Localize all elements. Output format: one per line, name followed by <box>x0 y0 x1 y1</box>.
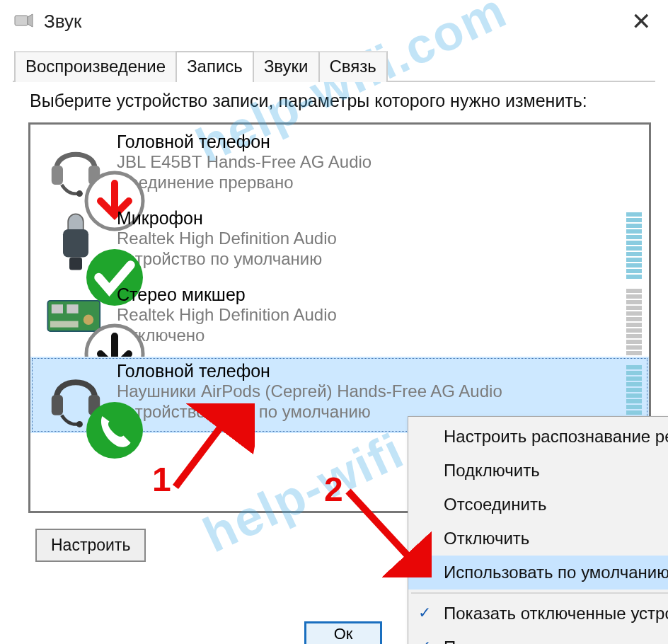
svg-rect-13 <box>50 321 79 328</box>
check-badge-icon <box>83 245 108 270</box>
device-status: Устройство по умолчанию <box>117 249 643 270</box>
svg-rect-10 <box>52 304 63 314</box>
svg-point-17 <box>76 421 83 427</box>
window-title: Звук <box>44 11 81 33</box>
cm-use-default[interactable]: Использовать по умолчанию <box>408 556 668 590</box>
cm-disconnect[interactable]: Отсоединить <box>408 488 668 522</box>
down-arrow-badge-icon <box>83 168 108 194</box>
device-subtitle: Realtek High Definition Audio <box>117 305 643 326</box>
tab-communications[interactable]: Связь <box>318 51 388 82</box>
device-title: Головной телефон <box>117 361 643 381</box>
svg-rect-15 <box>52 395 63 415</box>
device-item-headset-jbl[interactable]: Головной телефон JBL E45BT Hands-Free AG… <box>30 127 649 204</box>
instruction-text: Выберите устройство записи, параметры ко… <box>28 88 655 122</box>
tab-sounds[interactable]: Звуки <box>253 51 320 82</box>
configure-button[interactable]: Настроить <box>35 529 146 562</box>
device-item-microphone[interactable]: Микрофон Realtek High Definition Audio У… <box>30 204 649 280</box>
close-button[interactable]: ✕ <box>624 6 658 37</box>
cm-separator <box>411 592 668 594</box>
sound-icon <box>13 10 35 33</box>
check-icon: ✓ <box>418 604 431 622</box>
svg-point-3 <box>76 190 83 197</box>
device-status: Соединение прервано <box>117 173 643 193</box>
svg-rect-1 <box>52 166 63 185</box>
device-title: Стерео микшер <box>117 284 643 305</box>
device-subtitle: Realtek High Definition Audio <box>117 229 643 249</box>
titlebar: Звук ✕ <box>0 0 668 40</box>
context-menu: Настроить распознавание речи Подключить … <box>408 416 668 644</box>
down-arrow-black-badge-icon <box>83 321 108 347</box>
cm-connect[interactable]: Подключить <box>408 454 668 488</box>
phone-badge-icon <box>83 398 108 423</box>
tabstrip: Воспроизведение Запись Звуки Связь <box>14 50 668 81</box>
tab-recording[interactable]: Запись <box>175 51 254 82</box>
cm-show-disconnected[interactable]: ✓ Показать отсоединенные устройства <box>408 631 668 644</box>
cm-show-disabled[interactable]: ✓ Показать отключенные устройства <box>408 597 668 631</box>
device-item-stereo-mixer[interactable]: Стерео микшер Realtek High Definition Au… <box>30 280 649 357</box>
device-subtitle: JBL E45BT Hands-Free AG Audio <box>117 152 643 173</box>
level-meter <box>626 208 642 279</box>
device-status: Отключено <box>117 326 643 346</box>
cm-label: Показать отключенные устройства <box>444 604 668 623</box>
cm-label: Показать отсоединенные устройства <box>444 638 668 644</box>
svg-rect-0 <box>15 16 28 25</box>
tab-playback[interactable]: Воспроизведение <box>14 51 177 82</box>
device-title: Микрофон <box>117 208 643 229</box>
svg-rect-11 <box>67 304 78 314</box>
level-meter <box>626 284 642 355</box>
svg-point-18 <box>86 402 143 459</box>
cm-configure-speech[interactable]: Настроить распознавание речи <box>408 420 668 454</box>
device-title: Головной телефон <box>117 132 643 152</box>
check-icon: ✓ <box>418 638 431 644</box>
ok-button[interactable]: Ок <box>304 621 382 644</box>
cm-disable[interactable]: Отключить <box>408 522 668 556</box>
device-subtitle: Наушники AirPods (Сергей) Hands-Free AG … <box>117 381 643 402</box>
svg-rect-7 <box>69 258 82 270</box>
